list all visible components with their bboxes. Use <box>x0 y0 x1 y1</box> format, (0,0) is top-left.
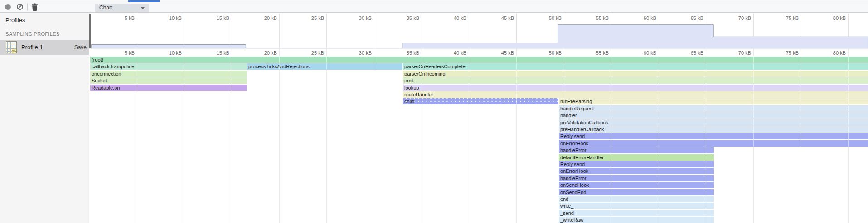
tick-label: 5 kB <box>101 50 135 56</box>
record-icon[interactable] <box>5 4 11 10</box>
chevron-down-icon <box>141 7 145 9</box>
tick-label: 20 kB <box>243 50 277 56</box>
tick-label: 25 kB <box>290 15 324 21</box>
flame-bar-runPreParsing[interactable]: runPreParsing <box>559 98 868 104</box>
tick-label: 70 kB <box>717 50 751 56</box>
tick-label: 45 kB <box>480 50 514 56</box>
flame-bar-onconnection[interactable]: onconnection <box>90 71 247 77</box>
flame-bar-preValidationCallback[interactable]: preValidationCallback <box>559 119 868 126</box>
tick-label: 10 kB <box>148 15 182 21</box>
flame-bar-_writeRaw[interactable]: _writeRaw <box>559 217 714 223</box>
flame-bar-write_[interactable]: write_ <box>559 203 714 209</box>
chart-view-select[interactable]: Chart <box>95 4 149 12</box>
toolbar-divider <box>27 3 28 10</box>
sampling-profiles-header: SAMPLING PROFILES <box>5 31 59 37</box>
flame-bar-defaultErrorHandler[interactable]: defaultErrorHandler <box>559 154 714 161</box>
tick-label: 50 kB <box>528 50 562 56</box>
tick-label: 80 kB <box>812 50 846 56</box>
flame-bar-processTicksAndRejections[interactable]: processTicksAndRejections <box>247 63 402 70</box>
flame-bar-onErrorHook[interactable]: onErrorHook <box>559 140 868 147</box>
tick-label: 80 kB <box>812 15 846 21</box>
flame-bar-Reply.send[interactable]: Reply.send <box>559 161 714 167</box>
flame-bar-preHandlerCallback[interactable]: preHandlerCallback <box>559 126 868 133</box>
active-tab-indicator <box>128 0 160 2</box>
flame-bar-handleError[interactable]: handleError <box>559 175 714 181</box>
profile-name: Profile 1 <box>21 44 43 51</box>
flame-bar-handler[interactable]: handler <box>559 112 868 119</box>
flame-bar-_send[interactable]: _send <box>559 210 714 216</box>
flame-bar-lookup[interactable]: lookup <box>403 85 868 91</box>
trash-icon[interactable] <box>31 3 39 11</box>
flame-bar-child[interactable]: child <box>403 98 558 104</box>
tick-label: 35 kB <box>385 15 419 21</box>
flame-bar-handleError[interactable]: handleError <box>559 147 714 153</box>
overview-range-handle[interactable] <box>89 14 91 49</box>
flame-bar-onSendHook[interactable]: onSendHook <box>559 182 714 188</box>
tick-label: 40 kB <box>432 50 466 56</box>
flame-bar-routeHandler[interactable]: routeHandler <box>403 91 868 98</box>
clear-icon[interactable] <box>17 4 23 10</box>
tick-label: 40 kB <box>432 15 466 21</box>
tick-label: 65 kB <box>669 15 703 21</box>
flame-bar-callbackTrampoline[interactable]: callbackTrampoline <box>90 63 247 70</box>
flame-bar-parserOnHeadersComplete[interactable]: parserOnHeadersComplete <box>403 63 868 70</box>
tick-label: 70 kB <box>717 15 751 21</box>
tick-label: 45 kB <box>480 15 514 21</box>
tick-label: 30 kB <box>338 50 372 56</box>
flame-bar-end[interactable]: end <box>559 196 714 202</box>
tick-label: 60 kB <box>622 50 656 56</box>
flame-bar-Readable.on[interactable]: Readable.on <box>90 85 247 91</box>
tick-label: 15 kB <box>195 50 229 56</box>
chart-view-select-value: Chart <box>99 5 112 11</box>
flame-bar-handleRequest[interactable]: handleRequest <box>559 105 868 112</box>
tick-label: 75 kB <box>765 50 799 56</box>
sidebar-item-profile-1[interactable]: % Profile 1 Save <box>0 40 89 55</box>
tick-label: 5 kB <box>101 15 135 21</box>
tick-label: 75 kB <box>765 15 799 21</box>
tick-label: 25 kB <box>290 50 324 56</box>
sidebar-title: Profiles <box>5 17 25 24</box>
tick-label: 35 kB <box>385 50 419 56</box>
flame-bar-Reply.send[interactable]: Reply.send <box>559 133 868 139</box>
tick-label: 65 kB <box>669 50 703 56</box>
tick-label: 15 kB <box>195 15 229 21</box>
flame-bar-Socket[interactable]: Socket <box>90 77 247 84</box>
flame-chart[interactable]: (root)callbackTrampolineprocessTicksAndR… <box>89 49 868 223</box>
tick-label: 10 kB <box>148 50 182 56</box>
tick-label: 20 kB <box>243 15 277 21</box>
tick-label: 55 kB <box>575 15 609 21</box>
allocation-overview[interactable]: 5 kB10 kB15 kB20 kB25 kB30 kB35 kB40 kB4… <box>89 13 868 49</box>
flame-bar-onSendEnd[interactable]: onSendEnd <box>559 189 714 195</box>
memory-profiler-panel: Chart Profiles SAMPLING PROFILES % Profi… <box>0 0 868 223</box>
flame-bar-root[interactable]: (root) <box>90 57 868 63</box>
tick-label: 60 kB <box>622 15 656 21</box>
flame-bar-emit[interactable]: emit <box>403 77 868 84</box>
tick-label: 30 kB <box>338 15 372 21</box>
sidebar: Profiles SAMPLING PROFILES % Profile 1 S… <box>0 13 89 223</box>
save-profile-link[interactable]: Save <box>74 44 87 51</box>
tick-label: 50 kB <box>528 15 562 21</box>
profile-icon: % <box>6 41 17 53</box>
toolbar: Chart <box>0 0 868 13</box>
flame-bar-parserOnIncoming[interactable]: parserOnIncoming <box>403 71 868 77</box>
flame-bar-onErrorHook[interactable]: onErrorHook <box>559 168 714 174</box>
tick-label: 55 kB <box>575 50 609 56</box>
